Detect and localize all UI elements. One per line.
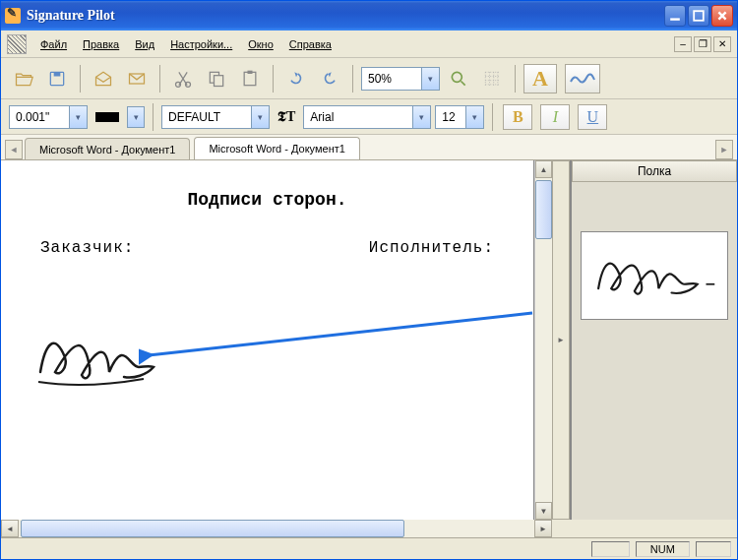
maximize-button[interactable] (688, 5, 709, 27)
color-dropdown[interactable]: ▾ (127, 106, 145, 128)
svg-rect-3 (54, 72, 61, 76)
menu-file[interactable]: Файл (32, 34, 75, 54)
svg-line-12 (149, 313, 532, 355)
drag-arrow-icon (139, 308, 534, 367)
undo-button[interactable] (281, 64, 311, 93)
tab-next-button[interactable]: ► (715, 140, 733, 159)
menu-view[interactable]: Вид (127, 34, 162, 54)
app-window: Signature Pilot Файл Правка Вид Настройк… (0, 0, 738, 560)
toolbar-separator (352, 65, 353, 93)
svg-rect-0 (670, 18, 680, 20)
status-empty2 (696, 541, 731, 557)
color-swatch[interactable] (95, 112, 119, 122)
svg-rect-10 (248, 70, 253, 73)
line-width-input[interactable] (10, 110, 69, 124)
mail-button[interactable] (122, 64, 152, 93)
menu-help[interactable]: Справка (281, 34, 339, 54)
scroll-down-button[interactable]: ▼ (535, 502, 552, 520)
menu-settings[interactable]: Настройки... (162, 34, 240, 54)
shelf-body[interactable] (572, 182, 737, 520)
tab-doc2[interactable]: Microsoft Word - Документ1 (194, 137, 359, 159)
scroll-thumb-h[interactable] (21, 520, 404, 537)
toolbar-separator (80, 65, 81, 93)
toolbar-format: ▾ 𝕿T B I U (1, 99, 737, 135)
minimize-button[interactable] (664, 5, 686, 27)
zoom-input[interactable] (362, 72, 421, 86)
svg-rect-8 (215, 75, 223, 86)
mail-open-button[interactable] (89, 64, 118, 93)
open-button[interactable] (9, 64, 38, 93)
signature-thumbnail[interactable] (581, 231, 728, 320)
statusbar: NUM (1, 537, 737, 559)
scroll-right-button[interactable]: ► (534, 520, 552, 537)
copy-button[interactable] (202, 64, 231, 93)
toolbar-separator (492, 103, 493, 131)
menu-window[interactable]: Окно (240, 34, 281, 54)
mdi-close-button[interactable]: ✕ (713, 36, 731, 52)
doc-horizontal-scrollbar[interactable]: ◄ ► (1, 520, 737, 537)
line-width-combo[interactable] (9, 105, 88, 129)
mdi-minimize-button[interactable]: – (674, 36, 692, 52)
mdi-restore-button[interactable]: ❐ (694, 36, 711, 52)
signature-tool-button[interactable] (565, 64, 600, 93)
font-family-dropdown[interactable] (412, 106, 430, 128)
doc-left-label: Заказчик: (40, 239, 134, 257)
toolbar-main: A (1, 58, 737, 99)
toolbar-separator (159, 65, 160, 93)
shelf-title: Полка (572, 160, 737, 182)
save-button[interactable] (42, 64, 72, 93)
underline-button[interactable]: U (578, 104, 607, 130)
font-icon: 𝕿T (274, 109, 299, 125)
font-size-dropdown[interactable] (465, 106, 483, 128)
italic-button[interactable]: I (540, 104, 570, 130)
status-empty1 (591, 541, 630, 557)
font-family-combo[interactable] (303, 105, 431, 129)
font-style-input[interactable] (162, 110, 251, 124)
line-width-dropdown[interactable] (69, 106, 87, 128)
zoom-combo[interactable] (361, 67, 440, 91)
text-tool-button[interactable]: A (523, 64, 557, 93)
svg-rect-9 (244, 72, 256, 85)
close-button[interactable] (711, 5, 733, 27)
font-style-combo[interactable] (161, 105, 270, 129)
menu-edit[interactable]: Правка (75, 34, 127, 54)
cut-button[interactable] (168, 64, 198, 93)
menu-gripper-icon[interactable] (7, 34, 27, 54)
font-style-dropdown[interactable] (251, 106, 269, 128)
document-content: Подписи сторон. Заказчик: Исполнитель: (1, 160, 533, 520)
workarea: Подписи сторон. Заказчик: Исполнитель: ▲… (1, 160, 737, 520)
tab-doc1[interactable]: Microsoft Word - Документ1 (25, 138, 190, 159)
tab-prev-button[interactable]: ◄ (5, 140, 23, 159)
search-button[interactable] (444, 64, 473, 93)
toolbar-separator (273, 65, 274, 93)
font-size-input[interactable] (436, 110, 465, 124)
titlebar[interactable]: Signature Pilot (1, 1, 737, 31)
doc-right-label: Исполнитель: (369, 239, 494, 257)
document-pane[interactable]: Подписи сторон. Заказчик: Исполнитель: (1, 160, 534, 520)
shelf-panel: Полка (570, 160, 737, 520)
doc-heading: Подписи сторон. (31, 190, 504, 210)
scroll-left-button[interactable]: ◄ (1, 520, 19, 537)
toolbar-separator (153, 103, 154, 131)
svg-point-11 (452, 72, 461, 82)
font-family-input[interactable] (304, 110, 412, 124)
zoom-dropdown-button[interactable] (421, 68, 439, 90)
app-icon (5, 8, 21, 24)
window-title: Signature Pilot (27, 8, 664, 24)
status-numlock: NUM (636, 541, 690, 557)
svg-rect-1 (694, 11, 704, 21)
scroll-up-button[interactable]: ▲ (535, 160, 552, 178)
paste-button[interactable] (235, 64, 265, 93)
menubar: Файл Правка Вид Настройки... Окно Справк… (1, 31, 737, 58)
document-tabbar: ◄ Microsoft Word - Документ1 Microsoft W… (1, 135, 737, 160)
redo-button[interactable] (315, 64, 344, 93)
scroll-thumb-v[interactable] (535, 180, 552, 239)
doc-vertical-scrollbar[interactable]: ▲ ▼ (534, 160, 552, 520)
toolbar-separator (515, 65, 516, 93)
bold-button[interactable]: B (503, 104, 532, 130)
shelf-collapse-button[interactable]: ► (552, 160, 570, 520)
font-size-combo[interactable] (435, 105, 484, 129)
grid-button[interactable] (477, 64, 507, 93)
